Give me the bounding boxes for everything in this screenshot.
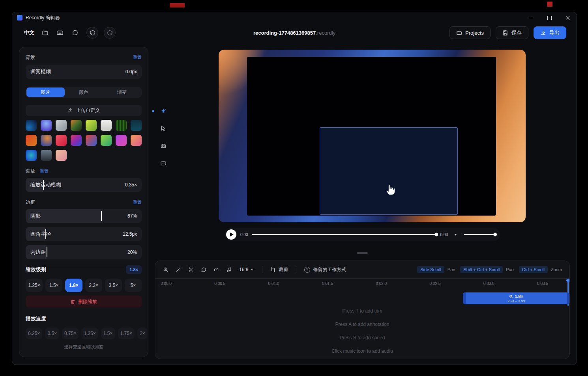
minimize-button[interactable] — [522, 12, 540, 23]
timeline-toolbar: 16:9 裁剪 ? 修剪的工作方式 Side ScrollPanShift + … — [155, 261, 569, 279]
progress-slider[interactable] — [252, 232, 436, 237]
comment-icon — [201, 267, 206, 273]
speed-option-0.75x[interactable]: 0.75× — [62, 328, 79, 339]
music-tool-button[interactable] — [224, 264, 234, 275]
speed-option-1.75x[interactable]: 1.75× — [118, 328, 135, 339]
speed-option-1.5x[interactable]: 1.5× — [101, 328, 115, 339]
background-reset-link[interactable]: 重置 — [133, 54, 142, 60]
zoom-selection-rectangle[interactable] — [320, 127, 458, 215]
crop-button[interactable]: 裁剪 — [268, 266, 291, 273]
corner-radius-slider-value: 12.5px — [123, 231, 137, 237]
zoom-option-1.8x[interactable]: 1.8× — [65, 279, 82, 292]
background-thumbnail-10[interactable] — [41, 135, 52, 146]
speed-option-1.25x[interactable]: 1.25× — [81, 328, 98, 339]
background-thumbnail-3[interactable] — [56, 120, 67, 131]
background-tab-2[interactable]: 颜色 — [65, 87, 103, 97]
background-thumbnail-19[interactable] — [56, 150, 67, 161]
background-tab-3[interactable]: 渐变 — [103, 87, 141, 97]
zoom-region[interactable]: 1.8× 2.9s – 3.9s — [463, 292, 569, 304]
zoom-option-3.5x[interactable]: 3.5× — [105, 279, 122, 292]
projects-button[interactable]: Projects — [449, 26, 491, 39]
zoom-option-2.2x[interactable]: 2.2× — [85, 279, 102, 292]
video-preview[interactable] — [219, 50, 526, 222]
keyboard-shortcuts-button[interactable] — [54, 27, 66, 39]
delete-zoom-button[interactable]: 删除缩放 — [26, 296, 142, 307]
background-thumbnail-16[interactable] — [131, 135, 142, 146]
captions-tool-button[interactable] — [158, 158, 169, 169]
shortcut-keys-2: Shift + Ctrl + Scroll — [460, 266, 503, 273]
shortcut-keys-3: Ctrl + Scroll — [519, 266, 548, 273]
background-thumbnail-11[interactable] — [56, 135, 67, 146]
trim-tool-button[interactable] — [173, 264, 184, 275]
background-tab-1[interactable]: 图片 — [26, 87, 65, 97]
timeline-panel: 16:9 裁剪 ? 修剪的工作方式 Side ScrollPanShift + … — [155, 261, 570, 359]
background-thumbnail-13[interactable] — [86, 135, 97, 146]
cut-tool-button[interactable] — [186, 264, 196, 275]
background-thumbnail-9[interactable] — [26, 135, 37, 146]
maximize-button[interactable] — [540, 12, 558, 23]
timeline-ruler[interactable]: 0:00.00:00.50:01.00:01.50:02.00:02.50:03… — [155, 279, 569, 289]
save-button[interactable]: 保存 — [496, 26, 528, 39]
delete-zoom-label: 删除缩放 — [78, 298, 97, 305]
corner-radius-slider[interactable]: 圆角半径12.5px — [26, 227, 142, 241]
background-thumbnail-14[interactable] — [101, 135, 112, 146]
background-thumbnail-8[interactable] — [131, 120, 142, 131]
zoom-level-title: 缩放级别 — [26, 266, 46, 273]
mute-button[interactable] — [452, 231, 460, 238]
volume-slider[interactable] — [464, 232, 495, 237]
padding-slider[interactable]: 内边距20% — [26, 245, 142, 259]
background-thumbnail-6[interactable] — [101, 120, 112, 131]
background-thumbnail-2[interactable] — [41, 120, 52, 131]
upload-custom-button[interactable]: 上传自定义 — [26, 105, 142, 116]
app-icon — [17, 15, 22, 20]
zoom-option-1.25x[interactable]: 1.25× — [26, 279, 43, 292]
background-thumbnail-15[interactable] — [116, 135, 127, 146]
language-button[interactable]: 中文 — [22, 29, 36, 36]
captions-icon — [160, 160, 167, 167]
trim-help-button[interactable]: ? 修剪的工作方式 — [301, 266, 349, 273]
progress-knob[interactable] — [434, 233, 438, 236]
panel-resize-handle[interactable] — [357, 252, 368, 254]
background-thumbnail-17[interactable] — [26, 150, 37, 161]
annotation-tool-button[interactable] — [198, 264, 209, 275]
timeline-zoom-button[interactable] — [161, 264, 171, 275]
speed-option-0.25x[interactable]: 0.25× — [26, 328, 42, 339]
feedback-button[interactable] — [69, 27, 81, 39]
border-reset-link[interactable]: 重置 — [133, 199, 142, 205]
zoom-option-1.5x[interactable]: 1.5× — [45, 279, 62, 292]
shortcut-action-3: Zoom — [551, 267, 562, 272]
background-thumbnail-12[interactable] — [71, 135, 82, 146]
document-extension: .recordly — [316, 30, 335, 36]
camera-tool-button[interactable] — [158, 140, 169, 151]
background-thumbnail-5[interactable] — [86, 120, 97, 131]
background-section-title: 背景 — [26, 54, 35, 60]
aspect-ratio-select[interactable]: 16:9 — [236, 267, 257, 272]
ruler-tick-1: 0:00.0 — [161, 281, 172, 286]
close-button[interactable] — [558, 12, 577, 23]
speed-option-0.5x[interactable]: 0.5× — [45, 328, 59, 339]
playback-speed-options: 0.25×0.5×0.75×1.25×1.5×1.75×2× — [26, 328, 142, 339]
export-button[interactable]: 导出 — [534, 26, 566, 39]
background-blur-slider[interactable]: 背景模糊 0.0px — [26, 65, 142, 79]
background-thumbnail-18[interactable] — [41, 150, 52, 161]
zoom-reset-link[interactable]: 重置 — [40, 168, 49, 174]
background-thumbnail-7[interactable] — [116, 120, 127, 131]
play-button[interactable] — [226, 229, 236, 240]
volume-knob[interactable] — [493, 233, 497, 236]
background-thumbnail-4[interactable] — [71, 120, 82, 131]
speed-tool-button[interactable] — [211, 264, 221, 275]
cursor-tool-button[interactable] — [158, 123, 169, 134]
padding-slider-label: 内边距 — [30, 249, 46, 256]
zoom-option-5x[interactable]: 5× — [125, 279, 142, 292]
open-file-button[interactable] — [39, 27, 51, 39]
speed-option-2x[interactable]: 2× — [137, 328, 148, 339]
zoom-motion-blur-label: 缩放运动模糊 — [30, 181, 61, 188]
main-toolbar: 中文 recording-1774861369857.recordly — [12, 23, 577, 42]
redo-button[interactable] — [104, 27, 116, 39]
zoom-motion-blur-slider[interactable]: 缩放运动模糊 0.35× — [26, 178, 142, 192]
shadow-slider[interactable]: 阴影67% — [26, 209, 142, 223]
playback-controls: 0:03 0:03 — [225, 228, 500, 241]
undo-button[interactable] — [86, 27, 98, 39]
background-thumbnail-1[interactable] — [26, 120, 37, 131]
zoom-tool-button[interactable] — [158, 106, 169, 117]
